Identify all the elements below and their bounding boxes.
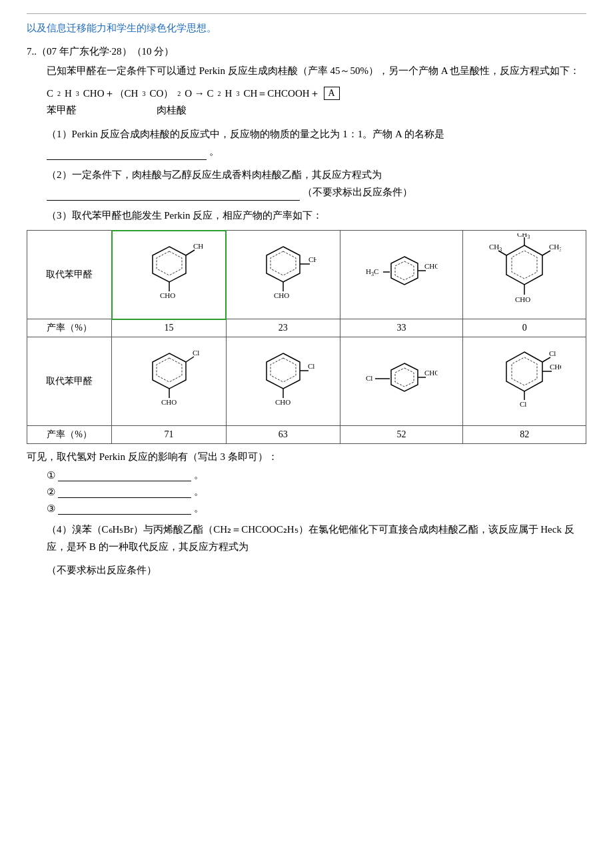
label-row: 苯甲醛 肉桂酸 [47, 104, 586, 117]
yield-2-4: 82 [463, 426, 586, 444]
question-header: 7..（07 年广东化学·28）（10 分） [27, 45, 586, 58]
svg-marker-47 [512, 357, 537, 385]
svg-text:CHO: CHO [161, 398, 177, 406]
svg-text:Cl: Cl [549, 349, 556, 357]
svg-marker-35 [271, 358, 296, 382]
chemistry-table: 取代苯甲醛 CHO CH3 [27, 230, 586, 445]
obs-item-3: ③ 。 [47, 502, 586, 515]
row-label-1: 取代苯甲醛 [27, 231, 112, 319]
svg-marker-15 [395, 261, 414, 280]
svg-marker-1 [157, 251, 182, 275]
blue-heading: 以及信息迁移能力和学生的绿色化学思想。 [27, 22, 586, 35]
row-label-2: 取代苯甲醛 [27, 337, 112, 426]
svg-marker-6 [267, 247, 300, 282]
svg-line-50 [542, 357, 550, 362]
yield-2-3: 52 [340, 426, 463, 444]
svg-line-4 [186, 250, 195, 255]
obs-item-1: ① 。 [47, 469, 586, 481]
sub-question-2: （2）一定条件下，肉桂酸与乙醇反应生成香料肉桂酸乙酯，其反应方程式为 （不要求标… [47, 167, 586, 201]
yield-1-3: 33 [340, 319, 463, 337]
obs-intro: 可见，取代氢对 Perkin 反应的影响有（写出 3 条即可）： [27, 451, 586, 463]
molecule-4: CHO CH3 CH3 CH3 [463, 231, 586, 319]
svg-marker-0 [153, 247, 186, 282]
molecule-1: CHO CH3 [112, 231, 227, 319]
svg-marker-28 [153, 353, 186, 389]
svg-marker-34 [267, 353, 300, 389]
svg-text:CHO: CHO [424, 369, 438, 377]
svg-text:Cl: Cl [366, 374, 372, 382]
molecule-6: CHO Cl [226, 337, 340, 426]
sub-question-4-note: （不要求标出反应条件） [47, 562, 586, 579]
yield-1-2: 23 [226, 319, 340, 337]
svg-text:CHO: CHO [515, 295, 530, 303]
svg-marker-7 [271, 251, 296, 275]
yield-1-4: 0 [463, 319, 586, 337]
svg-text:CH3: CH3 [549, 243, 561, 253]
svg-text:Cl: Cl [520, 400, 526, 408]
molecule-3: H3C CHO [340, 231, 463, 319]
svg-text:CHO: CHO [424, 262, 438, 270]
molecule-7: Cl CHO [340, 337, 463, 426]
svg-text:Cl: Cl [193, 349, 199, 357]
sub-question-4: （4）溴苯（C₆H₅Br）与丙烯酸乙酯（CH₂＝CHCOOC₂H₅）在氯化钯催化… [47, 521, 586, 555]
obs-item-2: ② 。 [47, 485, 586, 498]
svg-text:Cl: Cl [308, 362, 314, 370]
obs-blank-1[interactable] [58, 469, 191, 481]
observations-list: ① 。 ② 。 ③ 。 [47, 469, 586, 515]
sub-question-1: （1）Perkin 反应合成肉桂酸的反应式中，反应物的物质的量之比为 1：1。产… [47, 126, 586, 160]
svg-text:CH3: CH3 [489, 243, 502, 253]
svg-marker-19 [512, 251, 537, 279]
svg-text:CH3: CH3 [517, 233, 530, 240]
yield-2-2: 63 [226, 426, 340, 444]
svg-marker-43 [395, 368, 414, 387]
equation-block: C2H3CHO＋（CH3CO）2O → C2H3CH＝CHCOOH＋A [47, 87, 586, 100]
svg-text:CHO: CHO [550, 363, 561, 371]
molecule-8: CHO Cl Cl [463, 337, 586, 426]
row-label-yield-1: 产率（%） [27, 319, 112, 337]
obs-blank-3[interactable] [58, 503, 191, 515]
obs-blank-2[interactable] [58, 486, 191, 498]
yield-2-1: 71 [112, 426, 227, 444]
answer-blank-2[interactable] [47, 200, 300, 201]
molecule-5: CHO Cl [112, 337, 227, 426]
svg-text:CHO: CHO [275, 398, 291, 406]
svg-line-24 [542, 251, 550, 255]
molecule-2: CHO CH3 [226, 231, 340, 319]
yield-1-1: 15 [112, 319, 227, 337]
row-label-yield-2: 产率（%） [27, 426, 112, 444]
svg-marker-29 [157, 358, 182, 382]
top-line [27, 13, 586, 14]
svg-text:H3C: H3C [366, 267, 378, 277]
answer-blank-1[interactable] [47, 159, 207, 160]
svg-text:CHO: CHO [160, 291, 175, 299]
intro-text: 已知苯甲醛在一定条件下可以通过 Perkin 反应生成肉桂酸（产率 45～50%… [27, 65, 586, 77]
sub-question-3-header: （3）取代苯甲醛也能发生 Perkin 反应，相应产物的产率如下： [47, 207, 586, 225]
svg-text:CHO: CHO [274, 291, 289, 299]
svg-line-32 [186, 357, 194, 362]
